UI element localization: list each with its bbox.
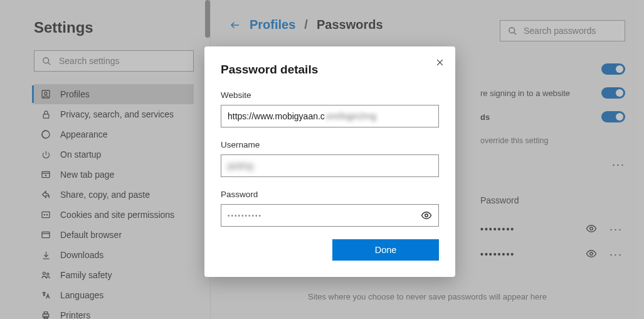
username-label: Username	[221, 140, 439, 149]
password-label: Password	[221, 190, 439, 199]
password-field[interactable]: ••••••••••	[221, 204, 439, 227]
username-field[interactable]: jasting	[221, 154, 439, 177]
website-field[interactable]: https://www.mobigyaan.com/login2mg	[221, 105, 439, 127]
reveal-password-button[interactable]	[421, 210, 432, 223]
password-details-dialog: Password details Website https://www.mob…	[204, 46, 455, 277]
dialog-title: Password details	[221, 63, 439, 77]
svg-point-29	[425, 214, 428, 217]
website-label: Website	[221, 90, 439, 100]
close-icon	[436, 58, 444, 67]
username-blurred: jasting	[228, 161, 253, 171]
password-mask: ••••••••••	[228, 212, 262, 219]
done-button[interactable]: Done	[332, 239, 439, 261]
website-blurred-tail: om/login2mg	[326, 111, 376, 121]
close-button[interactable]	[433, 55, 446, 69]
website-value: https://www.mobigyaan.c	[228, 111, 325, 121]
